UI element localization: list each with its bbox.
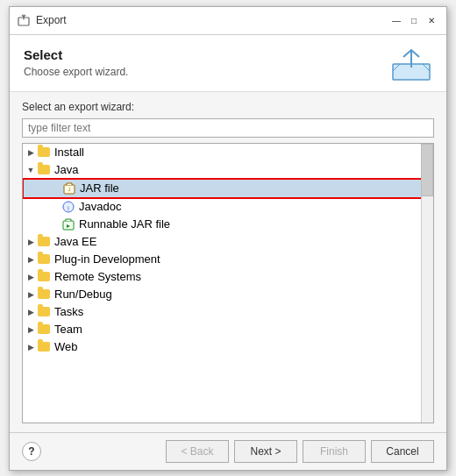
cancel-button[interactable]: Cancel bbox=[371, 440, 434, 463]
dialog-title: Export bbox=[36, 14, 383, 26]
close-button[interactable]: ✕ bbox=[424, 12, 439, 28]
expand-arrow-plugin-dev[interactable]: ▶ bbox=[25, 253, 37, 266]
folder-icon-remote-systems bbox=[37, 270, 51, 284]
tree-label-runnable-jar: Runnable JAR file bbox=[79, 217, 170, 231]
tree-item-java-ee[interactable]: ▶ Java EE bbox=[23, 233, 433, 251]
folder-icon-web bbox=[37, 340, 51, 354]
tree-label-java-ee: Java EE bbox=[54, 235, 96, 248]
export-dialog: Export — □ ✕ Select Choose export wizard… bbox=[9, 6, 447, 471]
tree-item-tasks[interactable]: ▶ Tasks bbox=[23, 303, 433, 321]
folder-icon-java bbox=[37, 163, 51, 177]
tree-label-run-debug: Run/Debug bbox=[54, 288, 112, 301]
expand-arrow-java-ee[interactable]: ▶ bbox=[25, 236, 37, 248]
tree-label-plugin-dev: Plug-in Development bbox=[54, 252, 160, 266]
filter-input[interactable] bbox=[22, 118, 434, 138]
folder-icon-tasks bbox=[37, 305, 51, 319]
tree-label-web: Web bbox=[54, 340, 78, 353]
svg-text:i: i bbox=[68, 204, 69, 212]
tree-item-jar-file[interactable]: ▶ J JAR file bbox=[23, 179, 433, 198]
folder-icon-install bbox=[37, 146, 51, 160]
javadoc-icon: i bbox=[61, 200, 75, 214]
bottom-bar: ? < Back Next > Finish Cancel bbox=[10, 432, 446, 470]
tree-label-javadoc: Javadoc bbox=[79, 200, 121, 213]
minimize-button[interactable]: — bbox=[388, 12, 404, 28]
expand-arrow-install[interactable]: ▶ bbox=[25, 146, 37, 159]
dialog-heading: Select bbox=[24, 47, 128, 62]
dialog-subtext: Choose export wizard. bbox=[24, 66, 128, 78]
tree-item-plugin-dev[interactable]: ▶ Plug-in Development bbox=[23, 251, 433, 268]
title-bar: Export — □ ✕ bbox=[10, 7, 446, 35]
tree-item-run-debug[interactable]: ▶ Run/Debug bbox=[23, 286, 433, 303]
header-section: Select Choose export wizard. bbox=[10, 35, 446, 92]
folder-icon-plugin-dev bbox=[37, 252, 51, 266]
finish-button[interactable]: Finish bbox=[303, 440, 366, 463]
content-section: Select an export wizard: ▶ Install ▼ Jav… bbox=[10, 92, 446, 432]
tree-label-java: Java bbox=[54, 163, 78, 176]
expand-arrow-remote-systems[interactable]: ▶ bbox=[25, 271, 37, 283]
runnable-jar-icon bbox=[61, 217, 75, 231]
tree-item-java[interactable]: ▼ Java bbox=[23, 161, 433, 179]
tree-item-web[interactable]: ▶ Web bbox=[23, 338, 433, 356]
export-header-icon bbox=[390, 47, 432, 82]
folder-icon-java-ee bbox=[37, 235, 51, 249]
expand-arrow-team[interactable]: ▶ bbox=[25, 323, 37, 336]
tree-label-tasks: Tasks bbox=[54, 305, 83, 318]
back-button[interactable]: < Back bbox=[166, 440, 229, 463]
tree-item-remote-systems[interactable]: ▶ Remote Systems bbox=[23, 268, 433, 286]
dialog-icon bbox=[17, 13, 31, 27]
tree-label-jar-file: JAR file bbox=[80, 181, 119, 195]
tree-label-remote-systems: Remote Systems bbox=[54, 270, 141, 283]
folder-icon-run-debug bbox=[37, 288, 51, 302]
help-button[interactable]: ? bbox=[22, 442, 41, 461]
scrollbar-thumb[interactable] bbox=[421, 144, 433, 196]
tree-label-team: Team bbox=[54, 323, 82, 336]
expand-arrow-web[interactable]: ▶ bbox=[25, 341, 37, 353]
tree-item-team[interactable]: ▶ Team bbox=[23, 321, 433, 338]
expand-arrow-tasks[interactable]: ▶ bbox=[25, 306, 37, 318]
filter-label: Select an export wizard: bbox=[22, 101, 434, 113]
expand-arrow-run-debug[interactable]: ▶ bbox=[25, 288, 37, 301]
window-controls: — □ ✕ bbox=[388, 12, 439, 28]
folder-icon-team bbox=[37, 323, 51, 337]
header-text: Select Choose export wizard. bbox=[24, 47, 128, 78]
tree-item-runnable-jar[interactable]: ▶ Runnable JAR file bbox=[23, 216, 433, 233]
tree-item-install[interactable]: ▶ Install bbox=[23, 144, 433, 161]
next-button[interactable]: Next > bbox=[234, 440, 297, 463]
tree-item-javadoc[interactable]: ▶ i Javadoc bbox=[23, 198, 433, 216]
scrollbar-track[interactable] bbox=[421, 144, 433, 423]
expand-arrow-java[interactable]: ▼ bbox=[25, 164, 37, 176]
tree-container[interactable]: ▶ Install ▼ Java ▶ J J bbox=[22, 143, 434, 423]
maximize-button[interactable]: □ bbox=[406, 12, 422, 28]
jar-file-icon: J bbox=[62, 181, 76, 195]
tree-label-install: Install bbox=[54, 146, 84, 159]
